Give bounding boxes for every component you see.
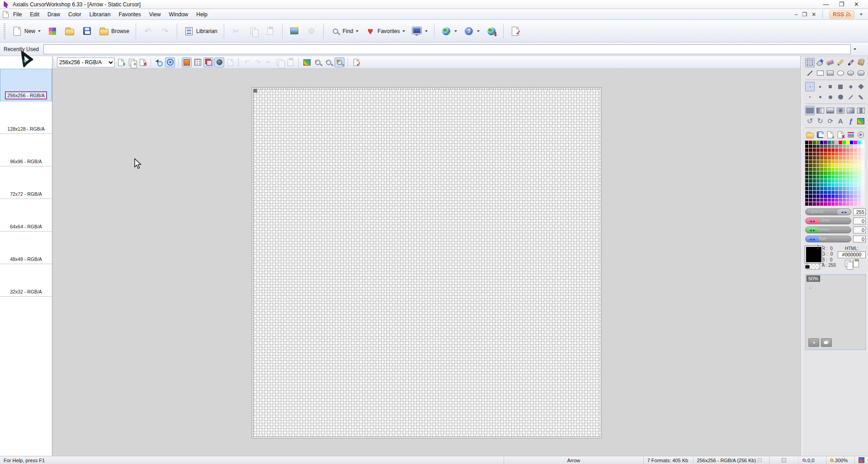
- palette-cell[interactable]: [809, 148, 812, 152]
- swap-colors-icon[interactable]: ⤴: [816, 244, 819, 251]
- palette-cell[interactable]: [831, 156, 835, 160]
- format-item-256[interactable]: 256x256 - RGB/A: [0, 69, 52, 101]
- palette-cell[interactable]: [805, 202, 809, 206]
- palette-cell[interactable]: [839, 171, 842, 175]
- drawing-canvas[interactable]: [252, 87, 602, 438]
- brush-tool[interactable]: [846, 58, 855, 67]
- chevron-down-icon[interactable]: [854, 48, 856, 50]
- palette-cell[interactable]: [820, 152, 824, 156]
- red-value[interactable]: 0: [853, 218, 866, 224]
- menu-draw[interactable]: Draw: [43, 10, 64, 19]
- palette-cell[interactable]: [835, 160, 839, 164]
- palette-cell[interactable]: [813, 175, 816, 180]
- palette-cell[interactable]: [854, 168, 857, 172]
- palette-cell[interactable]: [813, 202, 816, 206]
- palette-cell[interactable]: [835, 199, 839, 203]
- transparent-grid[interactable]: [253, 89, 600, 437]
- palette-cell[interactable]: [824, 175, 827, 180]
- undo-draw-button[interactable]: ↶: [242, 57, 252, 67]
- palette-cell[interactable]: [816, 179, 820, 183]
- red-slider-thumb[interactable]: ◄►: [806, 218, 819, 224]
- transparency-button[interactable]: [203, 57, 213, 67]
- palette-cell[interactable]: [861, 156, 865, 160]
- menu-librarian[interactable]: Librarian: [85, 10, 115, 19]
- preview-contrast-button[interactable]: ◑: [808, 338, 819, 347]
- redo-button[interactable]: ↷: [157, 22, 173, 40]
- palette-cell[interactable]: [858, 141, 861, 145]
- palette-cell[interactable]: [809, 199, 812, 203]
- redo-draw-button[interactable]: ↷: [253, 57, 263, 67]
- apply-button[interactable]: [225, 57, 235, 67]
- palette-cell[interactable]: [861, 191, 865, 195]
- palette-cell[interactable]: [828, 156, 831, 160]
- zoom-edit-button[interactable]: ✎: [335, 57, 344, 67]
- palette-cell[interactable]: [824, 152, 827, 156]
- blue-value[interactable]: 0: [853, 236, 866, 242]
- palette-cell[interactable]: [813, 191, 816, 195]
- palette-cell[interactable]: [820, 145, 824, 149]
- palette-cell[interactable]: [835, 156, 839, 160]
- rect-filled-tool[interactable]: [826, 68, 835, 78]
- palette-cell[interactable]: [813, 199, 816, 203]
- palette-cell[interactable]: [858, 168, 861, 172]
- palette-cell[interactable]: [843, 171, 846, 175]
- palette-cell[interactable]: [854, 187, 857, 191]
- select-tool[interactable]: [805, 58, 815, 67]
- zoom-in-button[interactable]: +: [313, 57, 323, 67]
- palette-cell[interactable]: [824, 202, 827, 206]
- brush-size-sq2[interactable]: [816, 82, 825, 91]
- palette-cell[interactable]: [858, 175, 861, 180]
- palette-cell[interactable]: [835, 187, 839, 191]
- palette-cell[interactable]: [850, 191, 854, 195]
- palette-cell[interactable]: [843, 175, 846, 180]
- paste-color-button[interactable]: [853, 260, 859, 267]
- palette-cell[interactable]: [846, 168, 850, 172]
- palette-new-button[interactable]: +: [826, 130, 835, 139]
- menu-window[interactable]: Window: [165, 10, 193, 19]
- palette-cell[interactable]: [824, 168, 827, 172]
- rss-button[interactable]: RSS: [829, 10, 854, 19]
- smooth-button[interactable]: [214, 57, 224, 67]
- palette-cell[interactable]: [831, 183, 835, 187]
- palette-cell[interactable]: [828, 152, 831, 156]
- palette-cell[interactable]: [816, 145, 820, 149]
- palette-cell[interactable]: [816, 175, 820, 180]
- palette-cell[interactable]: [854, 152, 857, 156]
- brush-size-1px[interactable]: [805, 82, 815, 91]
- palette-cell[interactable]: [809, 194, 812, 199]
- palette-cell[interactable]: [809, 171, 812, 175]
- palette-cell[interactable]: [858, 191, 861, 195]
- palette-cell[interactable]: [861, 164, 865, 168]
- rotate-left-tool[interactable]: ↺: [805, 116, 815, 126]
- opacity-value[interactable]: 255: [853, 208, 866, 215]
- fill-gradient-mirror[interactable]: [856, 106, 866, 115]
- canvas-corner-handle[interactable]: [253, 89, 257, 93]
- palette-cell[interactable]: [850, 202, 854, 206]
- web-button[interactable]: [439, 22, 459, 40]
- palette-cell[interactable]: [831, 199, 835, 203]
- opacity-slider-thumb[interactable]: ◄►: [837, 209, 851, 215]
- palette-cell[interactable]: [850, 187, 854, 191]
- palette-cell[interactable]: [861, 175, 865, 180]
- pencil-tool[interactable]: [836, 58, 845, 67]
- palette-cell[interactable]: [831, 164, 835, 168]
- palette-open-button[interactable]: [805, 130, 815, 139]
- palette-cell[interactable]: [835, 168, 839, 172]
- settings-button[interactable]: ⚙: [304, 22, 319, 40]
- palette-cell[interactable]: [816, 183, 820, 187]
- palette-cell[interactable]: [805, 164, 809, 168]
- palette-cell[interactable]: [824, 148, 827, 152]
- rotate-any-tool[interactable]: ⟳: [826, 116, 835, 126]
- palette-cell[interactable]: [839, 179, 842, 183]
- palette-cell[interactable]: [854, 148, 857, 152]
- palette-cell[interactable]: [809, 164, 812, 168]
- palette-cell[interactable]: [846, 160, 850, 164]
- palette-cell[interactable]: [816, 194, 820, 199]
- menu-favorites[interactable]: Favorites: [114, 10, 145, 19]
- palette-cell[interactable]: [861, 179, 865, 183]
- palette-cell[interactable]: [858, 152, 861, 156]
- palette-cell[interactable]: [835, 145, 839, 149]
- palette-cell[interactable]: [831, 171, 835, 175]
- palette-cell[interactable]: [824, 156, 827, 160]
- palette-cell[interactable]: [813, 152, 816, 156]
